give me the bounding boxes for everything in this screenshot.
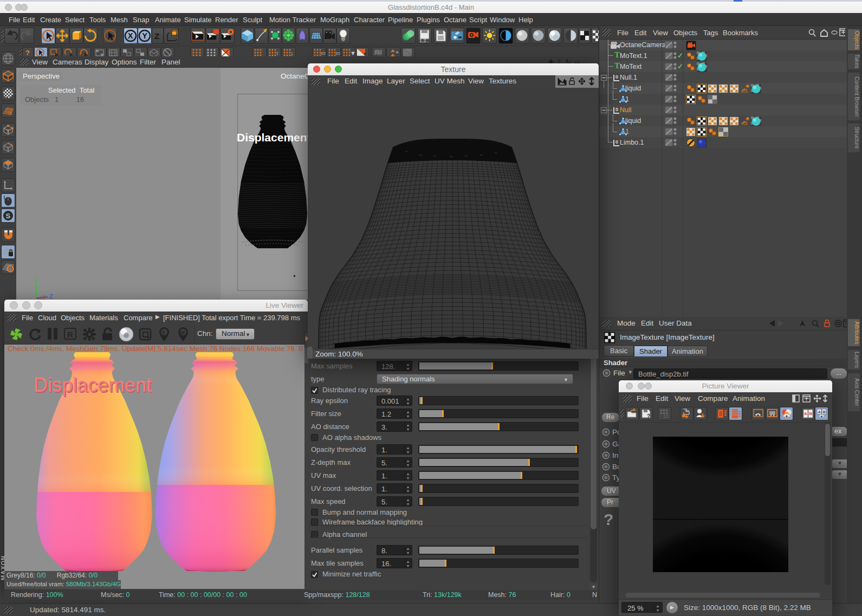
svg-text:A: A: [804, 411, 807, 416]
svg-text:0: 0: [615, 107, 618, 112]
svg-text:Y: Y: [34, 277, 38, 284]
svg-text:B: B: [809, 411, 813, 416]
svg-text:▼: ▼: [350, 50, 355, 56]
svg-text:0: 0: [615, 74, 618, 80]
svg-text:Z: Z: [49, 293, 53, 300]
svg-text:B: B: [823, 410, 826, 414]
svg-text:Y: Y: [142, 31, 148, 40]
svg-text:0: 0: [615, 139, 618, 145]
svg-text:S: S: [6, 212, 11, 220]
svg-text:↓: ↓: [290, 50, 294, 56]
svg-text:?: ?: [647, 413, 650, 419]
svg-text:▭: ▭: [335, 50, 340, 56]
svg-text:1,2..: 1,2..: [419, 38, 429, 43]
svg-text:▭: ▭: [321, 50, 326, 56]
svg-text:X: X: [128, 31, 133, 40]
svg-text:↑: ↑: [276, 50, 279, 56]
svg-text:M: M: [180, 330, 185, 335]
svg-text:12: 12: [663, 413, 669, 419]
svg-text:A: A: [818, 410, 821, 414]
svg-text:Z: Z: [154, 31, 159, 41]
svg-text:F: F: [163, 330, 166, 335]
